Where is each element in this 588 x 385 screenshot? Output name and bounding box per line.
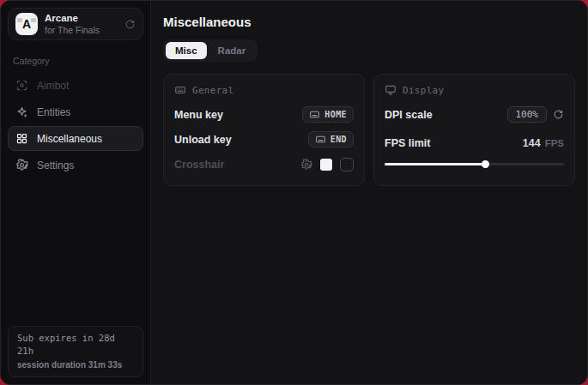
entities-sparkle-icon — [15, 105, 28, 118]
main-content: Miscellaneous Misc Radar General Menu ke… — [151, 1, 587, 384]
subscription-expires: Sub expires in 28d 21h — [17, 332, 134, 359]
fps-slider[interactable] — [385, 159, 564, 168]
display-card-title: Display — [403, 85, 444, 96]
tab-radar[interactable]: Radar — [209, 42, 256, 59]
general-card-title: General — [192, 85, 233, 96]
tab-bar: Misc Radar — [163, 39, 258, 62]
dpi-scale-row: DPI scale 100% — [385, 105, 564, 124]
unload-key-row: Unload key END — [174, 129, 354, 149]
sidebar-item-settings[interactable]: Settings — [8, 153, 143, 177]
dpi-controls: 100% — [507, 106, 565, 123]
crosshair-scan-icon — [15, 79, 28, 92]
fps-slider-fill — [385, 163, 485, 165]
app-logo: A — [15, 13, 38, 35]
sidebar-item-label: Aimbot — [37, 80, 69, 92]
general-card: General Menu key HOME Unload key — [163, 74, 365, 186]
grid-icon — [15, 132, 28, 145]
crosshair-row: Crosshair — [174, 154, 354, 174]
crosshair-label: Crosshair — [174, 159, 224, 171]
app-logo-card: A Arcane for The Finals — [8, 8, 143, 40]
display-card: Display DPI scale 100% FPS limit — [373, 74, 575, 186]
sidebar-item-aimbot[interactable]: Aimbot — [8, 73, 143, 98]
app-subtitle: for The Finals — [45, 25, 118, 36]
sidebar-item-entities[interactable]: Entities — [8, 99, 143, 124]
unload-keybind-value: END — [330, 135, 347, 144]
tab-misc[interactable]: Misc — [166, 42, 207, 59]
page-title: Miscellaneous — [163, 15, 575, 29]
menu-key-row: Menu key HOME — [174, 105, 354, 124]
fps-limit-row: FPS limit 144 FPS — [385, 133, 564, 153]
monitor-icon — [385, 84, 397, 96]
sidebar-item-label: Entities — [37, 106, 70, 118]
fps-unit: FPS — [545, 138, 564, 148]
subscription-card: Sub expires in 28d 21h session duration … — [8, 326, 143, 378]
fps-limit-label: FPS limit — [385, 137, 430, 149]
display-card-header: Display — [385, 84, 564, 96]
fps-value: 144 FPS — [523, 137, 564, 149]
sidebar-nav: Aimbot Entities Miscellaneous — [1, 73, 150, 177]
unload-keybind-button[interactable]: END — [308, 131, 354, 147]
app-identity: Arcane for The Finals — [45, 12, 118, 36]
session-duration: session duration 31m 33s — [17, 358, 134, 371]
sidebar: A Arcane for The Finals Category Aim — [1, 1, 151, 384]
sidebar-item-label: Miscellaneous — [37, 133, 102, 145]
fps-number: 144 — [523, 137, 541, 149]
reset-icon[interactable] — [553, 109, 564, 120]
crosshair-settings-gear-icon[interactable] — [300, 159, 312, 171]
dpi-scale-label: DPI scale — [385, 109, 433, 121]
keyboard-icon — [174, 84, 186, 96]
app-name: Arcane — [45, 12, 118, 24]
crosshair-checkbox[interactable] — [340, 158, 354, 171]
menu-keybind-value: HOME — [324, 110, 347, 119]
unload-key-label: Unload key — [174, 134, 232, 146]
sync-icon[interactable] — [124, 19, 136, 30]
fps-slider-thumb[interactable] — [482, 160, 489, 168]
keyboard-icon — [315, 134, 326, 145]
dpi-value-field[interactable]: 100% — [507, 106, 548, 123]
app-logo-letter: A — [22, 17, 31, 31]
crosshair-controls — [300, 158, 354, 171]
general-card-header: General — [174, 84, 354, 96]
gear-icon — [15, 159, 28, 171]
category-label: Category — [1, 47, 150, 73]
sidebar-item-miscellaneous[interactable]: Miscellaneous — [8, 126, 143, 151]
app-window: A Arcane for The Finals Category Aim — [0, 0, 588, 385]
sidebar-item-label: Settings — [37, 159, 74, 171]
crosshair-color-swatch[interactable] — [320, 159, 332, 171]
keyboard-icon — [309, 109, 320, 120]
menu-key-label: Menu key — [174, 109, 223, 121]
menu-keybind-button[interactable]: HOME — [302, 106, 354, 123]
cards-row: General Menu key HOME Unload key — [163, 74, 575, 186]
